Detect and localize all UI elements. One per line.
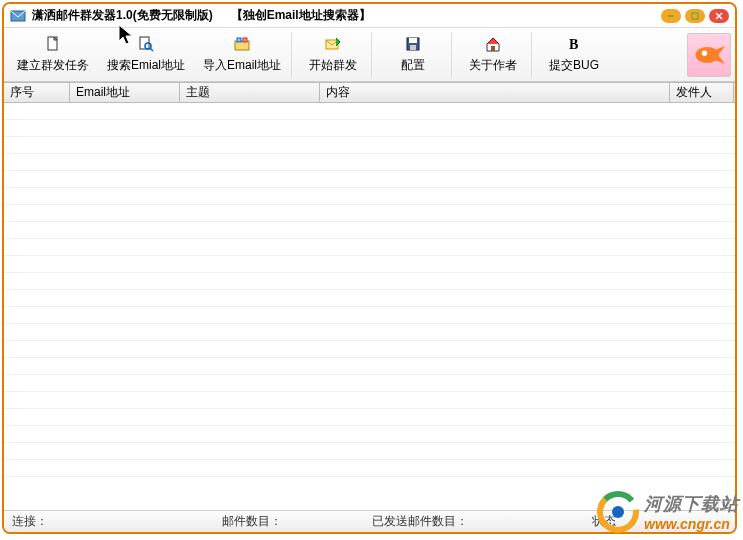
start-send-button[interactable]: 开始群发	[296, 31, 372, 79]
save-icon	[404, 35, 422, 53]
column-header[interactable]: Email地址	[70, 83, 180, 102]
submit-bug-button[interactable]: B 提交BUG	[536, 31, 612, 79]
table-row[interactable]	[4, 171, 735, 188]
table-row[interactable]	[4, 443, 735, 460]
table-row[interactable]	[4, 409, 735, 426]
close-button[interactable]	[709, 9, 729, 23]
toolbar-label: 配置	[401, 57, 425, 74]
column-header[interactable]: 序号	[4, 83, 70, 102]
status-mail-count: 邮件数目：	[222, 513, 372, 530]
app-icon	[10, 8, 26, 24]
document-icon	[44, 35, 62, 53]
table-row[interactable]	[4, 120, 735, 137]
table-row[interactable]	[4, 256, 735, 273]
column-header[interactable]: 内容	[320, 83, 670, 102]
status-connection: 连接：	[12, 513, 222, 530]
status-sent-count: 已发送邮件数目：	[372, 513, 592, 530]
table-row[interactable]	[4, 460, 735, 477]
about-author-button[interactable]: 关于作者	[456, 31, 532, 79]
svg-point-18	[696, 46, 719, 62]
svg-line-8	[150, 48, 153, 51]
svg-text:B: B	[569, 37, 578, 52]
toolbar-label: 开始群发	[309, 57, 357, 74]
table-row[interactable]	[4, 205, 735, 222]
bold-b-icon: B	[565, 35, 583, 53]
search-icon	[137, 35, 155, 53]
svg-point-19	[702, 50, 707, 55]
import-icon	[233, 35, 251, 53]
toolbar-label: 建立群发任务	[17, 57, 89, 74]
column-header[interactable]: 主题	[180, 83, 320, 102]
toolbar-label: 导入Email地址	[203, 57, 281, 74]
send-mail-icon	[324, 35, 342, 53]
table-row[interactable]	[4, 239, 735, 256]
brand-logo	[687, 33, 731, 77]
titlebar: 潇洒邮件群发器1.0(免费无限制版) 【独创Email地址搜索器】	[4, 4, 735, 28]
table-header: 序号Email地址主题内容发件人	[4, 83, 735, 103]
svg-rect-15	[410, 45, 416, 50]
table-row[interactable]	[4, 222, 735, 239]
toolbar: 建立群发任务 搜索Emial地址 导入Email地址 开始群发 配置	[4, 28, 735, 82]
table-row[interactable]	[4, 324, 735, 341]
svg-rect-10	[237, 38, 241, 42]
table-row[interactable]	[4, 154, 735, 171]
column-header[interactable]: 发件人	[670, 83, 734, 102]
status-state: 状态	[592, 513, 727, 530]
table-row[interactable]	[4, 375, 735, 392]
maximize-button[interactable]	[685, 9, 705, 23]
config-button[interactable]: 配置	[376, 31, 452, 79]
import-email-button[interactable]: 导入Email地址	[194, 31, 292, 79]
home-icon	[484, 35, 502, 53]
table-row[interactable]	[4, 426, 735, 443]
toolbar-label: 关于作者	[469, 57, 517, 74]
svg-rect-16	[491, 46, 495, 51]
table-row[interactable]	[4, 273, 735, 290]
toolbar-label: 提交BUG	[549, 57, 599, 74]
table-row[interactable]	[4, 188, 735, 205]
window-subtitle: 【独创Email地址搜索器】	[231, 7, 371, 24]
toolbar-label: 搜索Emial地址	[107, 57, 185, 74]
table-row[interactable]	[4, 358, 735, 375]
table-row[interactable]	[4, 103, 735, 120]
table-row[interactable]	[4, 341, 735, 358]
table-row[interactable]	[4, 290, 735, 307]
table-row[interactable]	[4, 307, 735, 324]
table-body[interactable]	[4, 103, 735, 510]
svg-rect-14	[409, 38, 417, 43]
svg-rect-11	[243, 38, 247, 42]
app-window: 潇洒邮件群发器1.0(免费无限制版) 【独创Email地址搜索器】 建立群发任务…	[2, 2, 737, 534]
window-title: 潇洒邮件群发器1.0(免费无限制版)	[32, 7, 213, 24]
create-task-button[interactable]: 建立群发任务	[8, 31, 98, 79]
svg-rect-2	[692, 13, 698, 19]
statusbar: 连接： 邮件数目： 已发送邮件数目： 状态	[4, 510, 735, 532]
email-table: 序号Email地址主题内容发件人	[4, 82, 735, 510]
minimize-button[interactable]	[661, 9, 681, 23]
search-email-button[interactable]: 搜索Emial地址	[98, 31, 194, 79]
table-row[interactable]	[4, 137, 735, 154]
table-row[interactable]	[4, 392, 735, 409]
